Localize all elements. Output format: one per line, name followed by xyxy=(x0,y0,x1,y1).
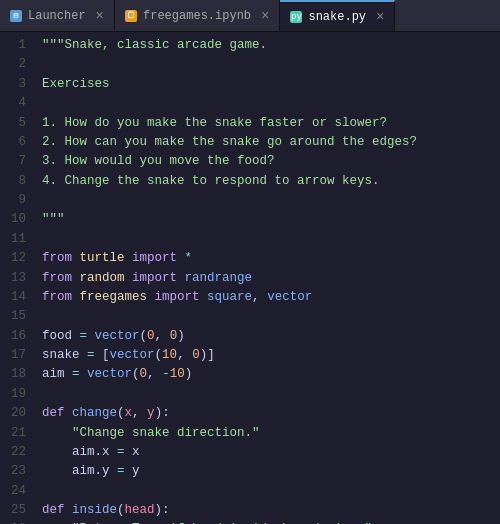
tab-close-launcher[interactable]: × xyxy=(96,9,104,23)
code-line: "Return True if head inside boundaries." xyxy=(42,520,500,524)
line-numbers: 1234567891011121314151617181920212223242… xyxy=(0,32,34,524)
code-line: from freegames import square, vector xyxy=(42,288,500,307)
tab-snake[interactable]: pysnake.py× xyxy=(280,0,395,31)
line-number: 8 xyxy=(4,172,26,191)
line-number: 19 xyxy=(4,385,26,404)
code-line xyxy=(42,55,500,74)
line-number: 20 xyxy=(4,404,26,423)
code-line: 4. Change the snake to respond to arrow … xyxy=(42,172,500,191)
line-number: 18 xyxy=(4,365,26,384)
line-number: 21 xyxy=(4,424,26,443)
tab-label-snake: snake.py xyxy=(308,10,366,24)
line-number: 26 xyxy=(4,520,26,524)
tab-icon-snake: py xyxy=(290,11,302,23)
tab-freegames[interactable]: 🗒freegames.ipynb× xyxy=(115,0,280,31)
editor: 1234567891011121314151617181920212223242… xyxy=(0,32,500,524)
code-line: def inside(head): xyxy=(42,501,500,520)
code-area: """Snake, classic arcade game. Exercises… xyxy=(34,32,500,524)
code-line xyxy=(42,307,500,326)
tab-label-freegames: freegames.ipynb xyxy=(143,9,251,23)
line-number: 5 xyxy=(4,114,26,133)
tab-icon-freegames: 🗒 xyxy=(125,10,137,22)
tab-launcher[interactable]: ⊞Launcher× xyxy=(0,0,115,31)
line-number: 2 xyxy=(4,55,26,74)
code-line: 2. How can you make the snake go around … xyxy=(42,133,500,152)
code-line xyxy=(42,385,500,404)
line-number: 3 xyxy=(4,75,26,94)
tab-close-freegames[interactable]: × xyxy=(261,9,269,23)
code-line: """Snake, classic arcade game. xyxy=(42,36,500,55)
code-line xyxy=(42,482,500,501)
line-number: 1 xyxy=(4,36,26,55)
code-line: Exercises xyxy=(42,75,500,94)
code-line: aim = vector(0, -10) xyxy=(42,365,500,384)
line-number: 10 xyxy=(4,210,26,229)
code-line: aim.x = x xyxy=(42,443,500,462)
code-line: from random import randrange xyxy=(42,269,500,288)
code-line xyxy=(42,191,500,210)
tab-close-snake[interactable]: × xyxy=(376,10,384,24)
code-line: food = vector(0, 0) xyxy=(42,327,500,346)
code-line: snake = [vector(10, 0)] xyxy=(42,346,500,365)
code-line: 3. How would you move the food? xyxy=(42,152,500,171)
code-line xyxy=(42,230,500,249)
line-number: 15 xyxy=(4,307,26,326)
line-number: 17 xyxy=(4,346,26,365)
line-number: 13 xyxy=(4,269,26,288)
code-line: from turtle import * xyxy=(42,249,500,268)
line-number: 23 xyxy=(4,462,26,481)
line-number: 12 xyxy=(4,249,26,268)
line-number: 11 xyxy=(4,230,26,249)
tab-icon-launcher: ⊞ xyxy=(10,10,22,22)
code-line: aim.y = y xyxy=(42,462,500,481)
code-line: "Change snake direction." xyxy=(42,424,500,443)
code-line xyxy=(42,94,500,113)
line-number: 7 xyxy=(4,152,26,171)
line-number: 24 xyxy=(4,482,26,501)
code-line: """ xyxy=(42,210,500,229)
line-number: 14 xyxy=(4,288,26,307)
line-number: 16 xyxy=(4,327,26,346)
line-number: 4 xyxy=(4,94,26,113)
tab-bar: ⊞Launcher×🗒freegames.ipynb×pysnake.py× xyxy=(0,0,500,32)
line-number: 6 xyxy=(4,133,26,152)
line-number: 9 xyxy=(4,191,26,210)
code-line: def change(x, y): xyxy=(42,404,500,423)
code-line: 1. How do you make the snake faster or s… xyxy=(42,114,500,133)
line-number: 25 xyxy=(4,501,26,520)
tab-label-launcher: Launcher xyxy=(28,9,86,23)
line-number: 22 xyxy=(4,443,26,462)
